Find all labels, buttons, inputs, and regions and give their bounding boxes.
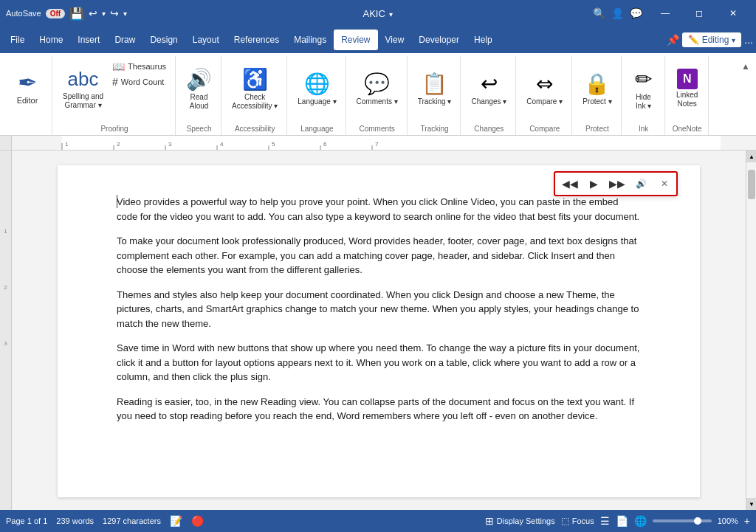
scrollbar-up-button[interactable]: ▲	[746, 151, 756, 162]
compare-label: Compare ▾	[526, 97, 563, 106]
menu-review[interactable]: Review	[334, 30, 377, 50]
spelling-grammar-button[interactable]: abc Spelling andGrammar ▾	[60, 59, 106, 118]
menu-insert[interactable]: Insert	[70, 30, 107, 50]
web-view-item[interactable]: 🌐	[634, 515, 647, 527]
speech-content: 🔊 ReadAloud	[183, 56, 215, 125]
tracking-label: Tracking ▾	[418, 97, 452, 106]
app-title-dropdown[interactable]: ▾	[389, 10, 393, 18]
status-bar-right: ⊞ Display Settings ⬚ Focus ☰ 📄 🌐 100% +	[485, 515, 750, 527]
read-aloud-prev-button[interactable]: ◀◀	[560, 175, 580, 193]
thesaurus-label: Thesaurus	[128, 62, 166, 71]
menu-mailings[interactable]: Mailings	[286, 30, 334, 50]
menu-references[interactable]: References	[227, 30, 286, 50]
scrollbar-track[interactable]	[746, 162, 756, 498]
zoom-thumb[interactable]	[694, 517, 701, 525]
ribbon-group-changes: ↩ Changes ▾ Changes	[462, 56, 516, 135]
read-aloud-close-button[interactable]: ✕	[657, 176, 672, 191]
linked-notes-button[interactable]: N LinkedNotes	[673, 59, 702, 118]
spelling-label: Spelling andGrammar ▾	[63, 92, 103, 110]
focus-label: Focus	[572, 517, 594, 525]
words-item[interactable]: 239 words	[56, 517, 94, 525]
track-changes-icon-item[interactable]: 📝	[170, 515, 182, 527]
proofing-group-label: Proofing	[60, 125, 169, 135]
ink-group-label: Ink	[629, 125, 659, 135]
menu-developer[interactable]: Developer	[411, 30, 467, 50]
autosave-toggle[interactable]: Off	[46, 9, 65, 18]
menu-design[interactable]: Design	[142, 30, 185, 50]
read-aloud-play-button[interactable]: ▶	[583, 175, 604, 193]
vertical-scrollbar[interactable]: ▲ ▼	[746, 151, 756, 510]
scrollbar-down-button[interactable]: ▼	[746, 498, 756, 510]
comment-icon[interactable]: 💬	[630, 7, 642, 19]
close-button[interactable]: ✕	[716, 0, 750, 27]
minimize-button[interactable]: —	[648, 0, 682, 27]
undo-icon[interactable]: ↩	[89, 7, 97, 19]
language-button[interactable]: 🌐 Language ▾	[295, 59, 339, 118]
editor-button[interactable]: ✒ Editor	[9, 59, 46, 118]
focus-icon: ⬚	[561, 516, 569, 526]
read-view-item[interactable]: 📄	[616, 515, 628, 527]
changes-group-label: Changes	[468, 125, 509, 135]
more-menu-icon[interactable]: ...	[744, 34, 753, 46]
protect-content: 🔒 Protect ▾	[580, 56, 614, 125]
tracking-icon: 📋	[422, 72, 447, 96]
record-macro-item[interactable]: 🔴	[191, 515, 204, 527]
language-content: 🌐 Language ▾	[295, 56, 339, 125]
svg-text:4: 4	[220, 141, 224, 148]
search-icon[interactable]: 🔍	[593, 7, 605, 19]
more-commands-icon[interactable]: ▾	[123, 10, 127, 18]
doc-scroll-area[interactable]: ◀◀ ▶ ▶▶ 🔊 ✕ Video provides a powerful wa…	[12, 151, 746, 510]
language-group-label: Language	[295, 125, 339, 135]
scrollbar-thumb[interactable]	[748, 170, 755, 199]
autosave-label: AutoSave	[6, 9, 41, 18]
language-label: Language ▾	[298, 97, 336, 106]
editor-group-label	[9, 133, 46, 135]
app-title: AKIC ▾	[254, 8, 502, 19]
word-count-button[interactable]: # Word Count	[109, 75, 169, 89]
svg-text:5: 5	[272, 141, 275, 148]
restore-button[interactable]: ◻	[682, 0, 716, 27]
read-aloud-voice-button[interactable]: 🔊	[630, 175, 651, 193]
display-settings-icon: ⊞	[485, 515, 494, 527]
menu-file[interactable]: File	[3, 30, 32, 50]
ribbon-collapse-icon[interactable]: 📌	[667, 34, 679, 46]
ribbon: ✒ Editor abc Spelling andGrammar ▾ 📖 The…	[0, 53, 756, 136]
thesaurus-button[interactable]: 📖 Thesaurus	[109, 59, 169, 74]
check-accessibility-button[interactable]: ♿ CheckAccessibility ▾	[229, 59, 281, 118]
changes-button[interactable]: ↩ Changes ▾	[468, 59, 509, 118]
protect-button[interactable]: 🔒 Protect ▾	[580, 59, 614, 118]
chars-item[interactable]: 1297 characters	[103, 517, 161, 525]
page-info-item[interactable]: Page 1 of 1	[6, 517, 47, 525]
menu-bar: File Home Insert Draw Design Layout Refe…	[0, 27, 756, 53]
menu-view[interactable]: View	[378, 30, 412, 50]
layout-view-item[interactable]: ☰	[600, 515, 610, 527]
ribbon-group-compare: ⇔ Compare ▾ Compare	[518, 56, 572, 135]
hide-ink-button[interactable]: ✏ HideInk ▾	[629, 59, 659, 118]
hide-ink-icon: ✏	[635, 67, 652, 91]
comments-content: 💬 Comments ▾	[354, 56, 401, 125]
menu-help[interactable]: Help	[467, 30, 500, 50]
editing-button[interactable]: ✏️ Editing ▾	[682, 32, 742, 47]
menu-home[interactable]: Home	[32, 30, 70, 50]
read-aloud-button[interactable]: 🔊 ReadAloud	[183, 59, 215, 118]
undo-dropdown-icon[interactable]: ▾	[102, 10, 106, 18]
redo-icon[interactable]: ↪	[110, 7, 119, 19]
zoom-in-icon[interactable]: +	[744, 515, 750, 527]
menu-layout[interactable]: Layout	[185, 30, 227, 50]
vertical-ruler: 1 2 3	[0, 151, 12, 510]
zoom-slider[interactable]	[653, 519, 712, 522]
protect-icon: 🔒	[584, 72, 610, 96]
v-ruler-mark-3: 3	[4, 292, 7, 348]
zoom-level-text: 100%	[718, 517, 738, 525]
save-icon[interactable]: 💾	[69, 7, 84, 21]
menu-draw[interactable]: Draw	[107, 30, 142, 50]
focus-item[interactable]: ⬚ Focus	[561, 516, 594, 526]
share-icon[interactable]: 👤	[611, 7, 624, 19]
read-aloud-next-button[interactable]: ▶▶	[607, 175, 628, 193]
compare-button[interactable]: ⇔ Compare ▾	[523, 59, 566, 118]
ribbon-collapse-button[interactable]: ▲	[738, 59, 753, 74]
tracking-button[interactable]: 📋 Tracking ▾	[415, 59, 455, 118]
display-settings-item[interactable]: ⊞ Display Settings	[485, 515, 555, 527]
hide-ink-label: HideInk ▾	[636, 93, 651, 111]
comments-button[interactable]: 💬 Comments ▾	[354, 59, 401, 118]
